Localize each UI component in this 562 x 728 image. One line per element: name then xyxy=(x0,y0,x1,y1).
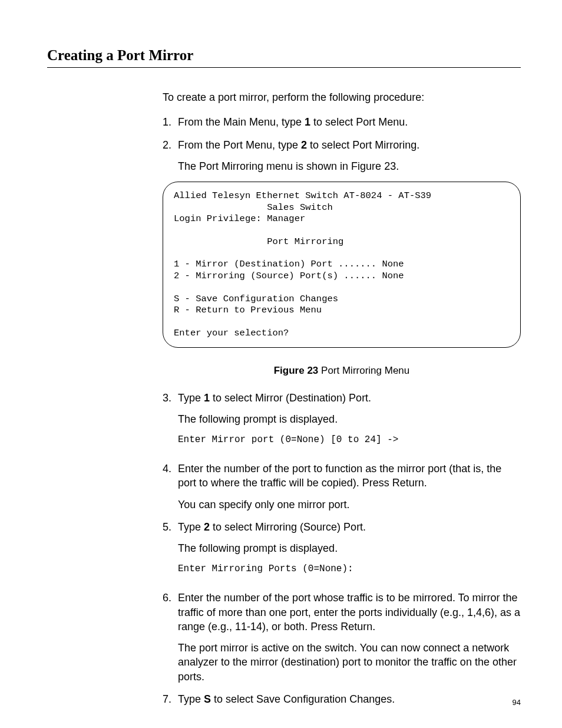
section-title: Creating a Port Mirror xyxy=(47,47,521,68)
step-after-text: The following prompt is displayed. xyxy=(178,412,521,426)
prompt-text: Enter Mirror port (0=None) [0 to 24] -> xyxy=(178,434,521,447)
step-text: Enter the number of the port whose traff… xyxy=(178,591,521,634)
step-text: From the Main Menu, type 1 to select Por… xyxy=(178,115,521,129)
emphasis: 1 xyxy=(204,392,210,404)
procedure-step: 3.Type 1 to select Mirror (Destination) … xyxy=(163,391,521,453)
procedure-step: 6.Enter the number of the port whose tra… xyxy=(163,591,521,684)
step-after-text: The following prompt is displayed. xyxy=(178,541,521,555)
figure-text: Port Mirroring Menu xyxy=(318,365,409,376)
step-body: Type S to select Save Configuration Chan… xyxy=(178,692,521,706)
step-body: Enter the number of the port whose traff… xyxy=(178,591,521,684)
intro-text: To create a port mirror, perform the fol… xyxy=(163,90,521,104)
step-number: 4. xyxy=(163,462,178,512)
step-body: From the Port Menu, type 2 to select Por… xyxy=(178,138,521,174)
step-body: From the Main Menu, type 1 to select Por… xyxy=(178,115,521,129)
procedure-step: 5.Type 2 to select Mirroring (Source) Po… xyxy=(163,520,521,582)
step-body: Type 2 to select Mirroring (Source) Port… xyxy=(178,520,521,582)
emphasis: 2 xyxy=(301,139,307,151)
procedure-step: 4.Enter the number of the port to functi… xyxy=(163,462,521,512)
page-number: 94 xyxy=(513,698,521,707)
terminal-screen: Allied Telesyn Ethernet Switch AT-8024 -… xyxy=(163,182,521,348)
emphasis: 1 xyxy=(305,116,310,128)
step-text: Type 2 to select Mirroring (Source) Port… xyxy=(178,520,521,534)
content-body: To create a port mirror, perform the fol… xyxy=(163,90,521,706)
step-text: From the Port Menu, type 2 to select Por… xyxy=(178,138,521,152)
emphasis: 2 xyxy=(204,521,210,533)
figure-label: Figure 23 xyxy=(274,365,319,376)
step-body: Enter the number of the port to function… xyxy=(178,462,521,512)
step-text: Type 1 to select Mirror (Destination) Po… xyxy=(178,391,521,405)
figure-caption: Figure 23 Port Mirroring Menu xyxy=(163,364,521,378)
procedure-step: 1.From the Main Menu, type 1 to select P… xyxy=(163,115,521,129)
step-number: 3. xyxy=(163,391,178,453)
step-body: Type 1 to select Mirror (Destination) Po… xyxy=(178,391,521,453)
step-after-text: The port mirror is active on the switch.… xyxy=(178,641,521,684)
step-after-text: You can specify only one mirror port. xyxy=(178,498,521,512)
step-text: Enter the number of the port to function… xyxy=(178,462,521,490)
emphasis: S xyxy=(204,693,211,705)
step-number: 5. xyxy=(163,520,178,582)
procedure-step: 7.Type S to select Save Configuration Ch… xyxy=(163,692,521,706)
step-after-text: The Port Mirroring menu is shown in Figu… xyxy=(178,159,521,173)
step-number: 1. xyxy=(163,115,178,129)
step-text: Type S to select Save Configuration Chan… xyxy=(178,692,521,706)
procedure-step: 2.From the Port Menu, type 2 to select P… xyxy=(163,138,521,174)
step-number: 6. xyxy=(163,591,178,684)
step-number: 2. xyxy=(163,138,178,174)
prompt-text: Enter Mirroring Ports (0=None): xyxy=(178,563,521,576)
step-number: 7. xyxy=(163,692,178,706)
